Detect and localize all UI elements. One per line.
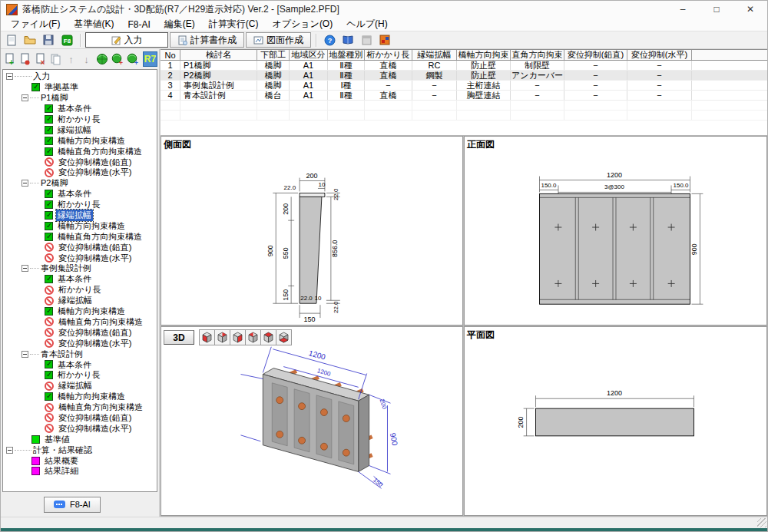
tree-item-label[interactable]: 準拠基準 bbox=[43, 81, 80, 93]
tree-item-label[interactable]: 橋軸方向拘束構造 bbox=[56, 220, 127, 232]
table-header-cell[interactable]: 橋軸方向拘束 bbox=[457, 50, 511, 60]
globe-add-red-button[interactable]: + bbox=[110, 51, 124, 67]
table-header-cell[interactable]: 地域区分 bbox=[290, 50, 328, 60]
tree-item-label[interactable]: 縁端拡幅 bbox=[57, 295, 94, 306]
table-row[interactable]: 4 青本設計例 橋台 A1 Ⅱ種 直橋 − 胸壁連結 − − − bbox=[161, 91, 767, 101]
table-header-cell[interactable]: 直角方向拘束 bbox=[511, 50, 564, 60]
tree-item[interactable]: 橋軸直角方向拘束構造 bbox=[3, 146, 157, 157]
tree-item[interactable]: 橋軸方向拘束構造 bbox=[3, 220, 157, 231]
tree-item[interactable]: P2橋脚 bbox=[3, 178, 157, 189]
cube-left-face-button[interactable] bbox=[199, 329, 215, 345]
tree-item-label[interactable]: 橋軸直角方向拘束構造 bbox=[57, 316, 144, 328]
tree-item[interactable]: 縁端拡幅 bbox=[3, 296, 157, 306]
cube-bottom-face-button[interactable] bbox=[276, 329, 292, 345]
tree-item-label[interactable]: 縁端拡幅 bbox=[56, 124, 93, 136]
tree-item-label[interactable]: 橋軸方向拘束構造 bbox=[56, 135, 127, 147]
tree-item-label[interactable]: 縁端拡幅 bbox=[57, 380, 94, 392]
tree-item-label[interactable]: 桁かかり長 bbox=[57, 284, 103, 296]
tree-item[interactable]: 事例集設計例 bbox=[3, 263, 157, 274]
f8ai-button[interactable]: F8-AI bbox=[44, 497, 101, 513]
page-insert-button[interactable] bbox=[18, 51, 32, 67]
tree-item[interactable]: 桁かかり長 bbox=[3, 200, 157, 210]
tree-item-label[interactable]: 変位抑制構造(鉛直) bbox=[57, 327, 133, 339]
resize-grip-icon[interactable] bbox=[757, 518, 766, 527]
expander-icon[interactable] bbox=[6, 73, 13, 80]
tree-item-label[interactable]: 基本条件 bbox=[56, 359, 93, 371]
window-icon[interactable] bbox=[358, 32, 375, 48]
table-header-cell[interactable]: 桁かかり長 bbox=[365, 50, 412, 60]
table-header-cell[interactable]: 縁端拡幅 bbox=[412, 50, 457, 60]
menu-item[interactable]: ファイル(F) bbox=[4, 17, 67, 31]
cube-top-right-face-button[interactable] bbox=[214, 329, 230, 345]
tree-item-label[interactable]: 結果詳細 bbox=[43, 465, 80, 477]
table-header-cell[interactable]: 地盤種別 bbox=[328, 50, 365, 60]
menu-item[interactable]: F8-AI bbox=[121, 18, 157, 31]
tree-item[interactable]: 桁かかり長 bbox=[3, 370, 157, 381]
globe-button[interactable] bbox=[94, 51, 109, 67]
tree-item[interactable]: 変位抑制構造(水平) bbox=[3, 423, 157, 434]
tree-item[interactable]: 橋軸直角方向拘束構造 bbox=[3, 316, 157, 327]
tree-item[interactable]: 青本設計例 bbox=[3, 349, 157, 359]
table-row[interactable]: 2 P2橋脚 橋脚 A1 Ⅱ種 直橋 鋼製 防止壁 アンカーバー − − bbox=[161, 71, 767, 81]
table-row[interactable]: 3 事例集設計例 橋脚 A1 Ⅰ種 − − 主桁連結 − − − bbox=[161, 81, 767, 91]
tree-item[interactable]: 桁かかり長 bbox=[3, 114, 157, 125]
tree-item-label[interactable]: 変位抑制構造(水平) bbox=[57, 167, 133, 178]
expander-icon[interactable] bbox=[22, 351, 28, 358]
expander-icon[interactable] bbox=[22, 265, 28, 272]
tree-item[interactable]: 変位抑制構造(水平) bbox=[3, 253, 157, 263]
page-add-button[interactable]: + bbox=[2, 51, 17, 67]
tree-item[interactable]: P1橋脚 bbox=[3, 93, 157, 104]
tree-item[interactable]: 準拠基準 bbox=[3, 82, 157, 93]
tree-item[interactable]: 変位抑制構造(鉛直) bbox=[3, 327, 157, 338]
tree-item-label[interactable]: 変位抑制構造(水平) bbox=[57, 423, 133, 435]
report-create-button[interactable]: 計算書作成 bbox=[170, 32, 244, 48]
expander-icon[interactable] bbox=[22, 180, 28, 187]
tree-item[interactable]: 基本条件 bbox=[3, 104, 157, 114]
tree-item[interactable]: 橋軸直角方向拘束構造 bbox=[3, 402, 157, 413]
tree-item[interactable]: 基本条件 bbox=[3, 359, 157, 370]
save-icon[interactable] bbox=[40, 32, 57, 48]
tree-item-label[interactable]: 桁かかり長 bbox=[56, 114, 102, 125]
tree-item-label[interactable]: P2橋脚 bbox=[39, 177, 69, 189]
menu-item[interactable]: 基準値(K) bbox=[67, 17, 121, 31]
cube-top-face-button[interactable] bbox=[260, 329, 276, 345]
tree-item[interactable]: 結果概要 bbox=[3, 455, 157, 466]
tree-item[interactable]: 橋軸方向拘束構造 bbox=[3, 135, 157, 146]
cube-right-face-button[interactable] bbox=[230, 329, 246, 345]
tree-item[interactable]: 基本条件 bbox=[3, 274, 157, 285]
expander-icon[interactable] bbox=[6, 447, 13, 454]
tree-item-label[interactable]: 結果概要 bbox=[43, 455, 80, 467]
tree-item-label[interactable]: 変位抑制構造(水平) bbox=[57, 338, 133, 349]
tree-item-label[interactable]: 入力 bbox=[31, 71, 51, 82]
menu-item[interactable]: オプション(O) bbox=[265, 17, 339, 31]
menu-item[interactable]: 編集(E) bbox=[157, 17, 202, 31]
table-header-cell[interactable]: 下部工 bbox=[257, 50, 290, 60]
tree-item-label[interactable]: 縁端拡幅 bbox=[56, 210, 93, 221]
tree-item[interactable]: 橋軸直角方向拘束構造 bbox=[3, 231, 157, 242]
tree-item[interactable]: 縁端拡幅 bbox=[3, 210, 157, 221]
close-button[interactable]: ✕ bbox=[733, 1, 767, 18]
table-header-cell[interactable]: 変位抑制(鉛直) bbox=[564, 50, 627, 60]
tree-item[interactable]: 変位抑制構造(鉛直) bbox=[3, 242, 157, 253]
tree-item-label[interactable]: 変位抑制構造(鉛直) bbox=[57, 157, 133, 168]
tree-item[interactable]: 橋軸方向拘束構造 bbox=[3, 392, 157, 402]
tree-item-label[interactable]: 桁かかり長 bbox=[56, 369, 102, 381]
expander-icon[interactable] bbox=[22, 94, 28, 101]
tree-item[interactable]: 桁かかり長 bbox=[3, 285, 157, 296]
table-row[interactable]: 1 P1橋脚 橋脚 A1 Ⅱ種 直橋 RC 防止壁 制限壁 − − bbox=[161, 61, 767, 71]
tree-item-label[interactable]: 橋軸直角方向拘束構造 bbox=[56, 146, 144, 157]
tree-item[interactable]: 縁端拡幅 bbox=[3, 124, 157, 135]
tree-item-label[interactable]: 橋軸直角方向拘束構造 bbox=[57, 401, 144, 413]
open-folder-button[interactable] bbox=[22, 32, 38, 48]
tree-item-label[interactable]: 橋軸方向拘束構造 bbox=[56, 306, 127, 317]
page-delete-button[interactable]: × bbox=[33, 51, 48, 67]
tree-item-label[interactable]: 桁かかり長 bbox=[56, 199, 102, 210]
tree-item-label[interactable]: 事例集設計例 bbox=[39, 263, 93, 274]
tree-item-label[interactable]: 基本条件 bbox=[56, 188, 93, 200]
move-down-button[interactable]: ↓ bbox=[79, 51, 94, 67]
tree-item[interactable]: 基準値 bbox=[3, 434, 157, 444]
help-button[interactable]: ? bbox=[321, 32, 338, 48]
tree-item-label[interactable]: 変位抑制構造(鉛直) bbox=[57, 412, 133, 424]
tree-item[interactable]: 橋軸方向拘束構造 bbox=[3, 306, 157, 317]
tree-item-label[interactable]: 基本条件 bbox=[56, 103, 93, 114]
